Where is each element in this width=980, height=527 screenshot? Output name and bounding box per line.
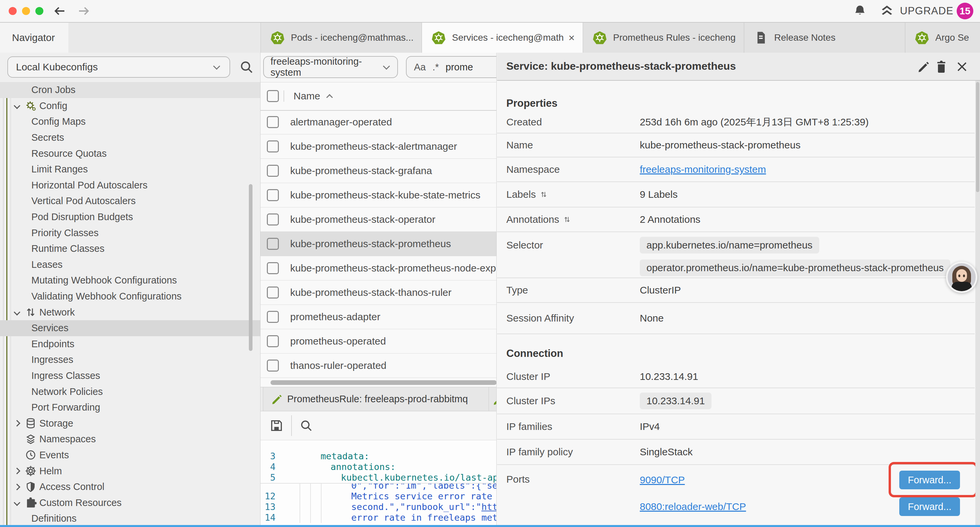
name-filter-input[interactable]: Aa .* prome <box>406 56 497 78</box>
sidebar-tree-item[interactable]: Runtime Classes <box>0 241 261 257</box>
name-column-header[interactable]: Name <box>294 91 320 102</box>
back-button[interactable] <box>53 4 67 18</box>
row-checkbox[interactable] <box>267 335 279 347</box>
regex-toggle[interactable]: .* <box>432 62 439 73</box>
row-checkbox[interactable] <box>267 140 279 153</box>
save-icon[interactable] <box>269 418 284 433</box>
horizontal-scrollbar[interactable] <box>270 380 497 385</box>
sidebar-tree-item[interactable]: Endpoints <box>0 336 261 352</box>
sidebar-tree-item[interactable]: Events <box>0 447 261 463</box>
sidebar-tree-item[interactable]: Ingresses <box>0 352 261 368</box>
row-checkbox[interactable] <box>267 238 279 250</box>
sidebar-tree-item[interactable]: Mutating Webhook Configurations <box>0 272 261 288</box>
editor-tab[interactable]: PrometheusRule: freeleaps-prod-rabbitmq <box>263 387 489 411</box>
sidebar-tree-item[interactable]: Ingress Classes <box>0 368 261 384</box>
notifications-bell-icon[interactable] <box>853 4 867 18</box>
chevron-icon[interactable] <box>12 418 22 428</box>
sidebar-search-icon[interactable] <box>239 59 254 75</box>
service-row[interactable]: kube-prometheus-stack-prometheus-node-ex… <box>261 256 496 280</box>
editor-tab-partial[interactable] <box>489 387 497 411</box>
window-minimize-button[interactable] <box>22 7 30 15</box>
namespace-select[interactable]: freeleaps-monitoring-system <box>263 56 398 78</box>
sidebar-tree-item[interactable]: Horizontal Pod Autoscalers <box>0 177 261 193</box>
row-checkbox[interactable] <box>267 189 279 201</box>
sidebar-tree-item[interactable]: Validating Webhook Configurations <box>0 288 261 304</box>
sidebar-tree-item[interactable]: Network <box>0 304 261 320</box>
row-checkbox[interactable] <box>267 116 279 128</box>
sidebar-tree-item[interactable]: Priority Classes <box>0 225 261 241</box>
chevron-icon[interactable] <box>12 466 22 476</box>
app-tab[interactable]: Release Notes <box>744 23 905 53</box>
details-scrollbar-thumb[interactable] <box>976 82 979 192</box>
service-row[interactable]: kube-prometheus-stack-kube-state-metrics <box>261 183 496 207</box>
sidebar-tree-item[interactable]: Helm <box>0 463 261 479</box>
sidebar-tree-item[interactable]: Storage <box>0 415 261 431</box>
sidebar-tree-item[interactable]: Vertical Pod Autoscalers <box>0 193 261 209</box>
row-checkbox[interactable] <box>267 213 279 226</box>
service-row[interactable]: kube-prometheus-stack-prometheus <box>261 232 496 256</box>
chevron-icon[interactable] <box>12 101 22 111</box>
row-checkbox[interactable] <box>267 165 279 177</box>
port-link[interactable]: 8080:reloader-web/TCP <box>640 501 746 512</box>
app-tab[interactable]: Prometheus Rules - icecheng... <box>583 23 744 53</box>
service-row[interactable]: kube-prometheus-stack-operator <box>261 207 496 232</box>
row-checkbox[interactable] <box>267 262 279 274</box>
service-row[interactable]: kube-prometheus-stack-grafana <box>261 159 496 183</box>
sidebar-tree-item[interactable]: Definitions <box>0 511 261 527</box>
kubeconfig-select[interactable]: Local Kubeconfigs <box>7 56 230 78</box>
forward-button[interactable]: Forward... <box>899 497 960 516</box>
sidebar-tree-item[interactable]: Services <box>0 320 261 336</box>
row-checkbox[interactable] <box>267 311 279 323</box>
sidebar-tree-item[interactable]: Leases <box>0 257 261 273</box>
sidebar-tree-item[interactable]: Port Forwarding <box>0 400 261 416</box>
service-row[interactable]: alertmanager-operated <box>261 110 496 134</box>
tab-close-icon[interactable]: × <box>568 32 575 44</box>
port-link[interactable]: 9090/TCP <box>640 474 685 486</box>
service-row[interactable]: prometheus-operated <box>261 329 496 353</box>
select-all-checkbox[interactable] <box>267 90 279 102</box>
forward-button[interactable] <box>77 4 91 18</box>
app-tab[interactable]: Argo Se <box>905 23 980 53</box>
expand-toggle-icon[interactable] <box>540 191 548 199</box>
sidebar-tree-item[interactable]: Config Maps <box>0 114 261 130</box>
chevron-icon[interactable] <box>12 498 22 508</box>
service-row[interactable]: kube-prometheus-stack-alertmanager <box>261 134 496 159</box>
service-row[interactable]: kube-prometheus-stack-thanos-ruler <box>261 280 496 305</box>
sidebar-tree-item[interactable]: Cron Jobs <box>0 82 261 98</box>
window-close-button[interactable] <box>9 7 17 15</box>
user-avatar[interactable] <box>946 261 977 293</box>
chevron-icon[interactable] <box>12 482 22 492</box>
sidebar-tree-item[interactable]: Limit Ranges <box>0 161 261 177</box>
namespace-link[interactable]: freeleaps-monitoring-system <box>640 164 766 175</box>
yaml-editor[interactable]: 3 metadata: 4 annotations: 5 kubectl.kub… <box>261 440 496 525</box>
annotations-value[interactable]: 2 Annotations <box>640 214 700 225</box>
chevron-icon[interactable] <box>12 307 22 317</box>
forward-button[interactable]: Forward... <box>899 471 960 489</box>
app-tab[interactable]: Services - icecheng@math... × <box>422 23 583 53</box>
labels-value[interactable]: 9 Labels <box>640 189 678 200</box>
sidebar-tree-item[interactable]: Network Policies <box>0 384 261 400</box>
service-row[interactable]: prometheus-adapter <box>261 305 496 329</box>
sidebar-tree-item[interactable]: Resource Quotas <box>0 145 261 161</box>
upgrade-button[interactable]: UPGRADE <box>879 3 953 19</box>
delete-icon[interactable] <box>934 59 949 74</box>
sidebar-tree-item[interactable]: Namespaces <box>0 431 261 447</box>
close-icon[interactable] <box>955 59 969 74</box>
sidebar-tree-item[interactable]: Pod Disruption Budgets <box>0 209 261 225</box>
sidebar-scrollbar[interactable] <box>249 184 253 351</box>
notification-count-badge[interactable]: 15 <box>957 3 973 19</box>
sidebar-tree-item[interactable]: Config <box>0 98 261 114</box>
sidebar-tree-item[interactable]: Custom Resources <box>0 495 261 511</box>
row-checkbox[interactable] <box>267 360 279 372</box>
edit-icon[interactable] <box>916 59 931 74</box>
match-case-toggle[interactable]: Aa <box>414 62 426 73</box>
window-zoom-button[interactable] <box>35 7 43 15</box>
row-checkbox[interactable] <box>267 287 279 299</box>
navigator-panel-tab[interactable]: Navigator <box>0 23 68 53</box>
sidebar-tree-item[interactable]: Access Control <box>0 479 261 495</box>
expand-toggle-icon[interactable] <box>563 215 571 223</box>
app-tab[interactable]: Pods - icecheng@mathmas... <box>261 23 422 53</box>
service-row[interactable]: thanos-ruler-operated <box>261 353 496 378</box>
sidebar-tree-item[interactable]: Secrets <box>0 130 261 146</box>
editor-search-icon[interactable] <box>299 419 313 433</box>
